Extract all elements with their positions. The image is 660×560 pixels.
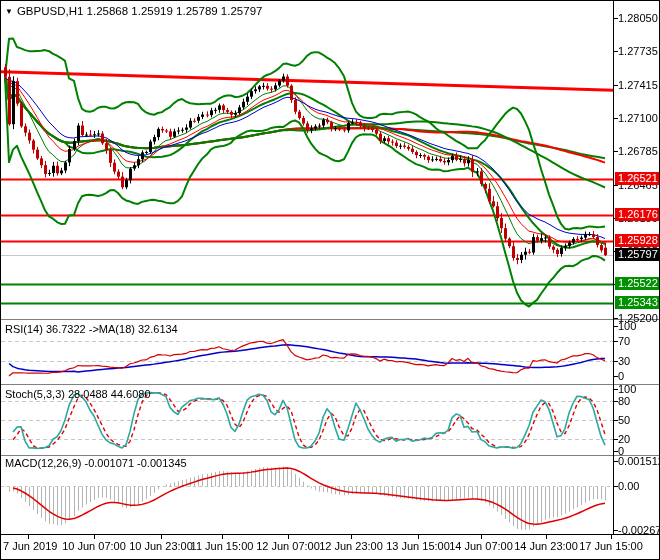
stoch-axis-label: 50 [618,414,630,426]
time-axis-label: 14 Jun 07:00 [446,540,516,552]
price-axis-label: 1.26785 [618,145,658,157]
price-axis-label: 1.27735 [618,45,658,57]
support-level-badge: 1.25522 [615,277,660,290]
macd-axis-label: 0.001512 [618,455,660,467]
time-axis-label: 10 Jun 07:00 [59,540,129,552]
chart-title: ▼GBPUSD,H1 1.25868 1.25919 1.25789 1.257… [5,5,262,18]
stoch-axis-label: 20 [618,433,630,445]
time-axis-label: 13 Jun 15:00 [383,540,453,552]
price-axis-label: 1.27415 [618,79,658,91]
stochastic-indicator-label: Stoch(5,3,3) 28.0488 44.6080 [5,388,151,400]
chart-title-text: GBPUSD,H1 1.25868 1.25919 1.25789 1.2579… [17,5,263,17]
time-axis-label: 10 Jun 23:00 [126,540,196,552]
collapse-arrow-icon[interactable]: ▼ [5,7,13,16]
rsi-axis-label: 30 [618,355,630,367]
trading-chart-window: ▼GBPUSD,H1 1.25868 1.25919 1.25789 1.257… [0,0,660,560]
rsi-axis-label: 0 [618,370,624,382]
macd-indicator-label: MACD(12,26,9) -0.001071 -0.001345 [5,457,187,469]
rsi-axis-label: 70 [618,335,630,347]
time-axis-label: 12 Jun 23:00 [316,540,386,552]
current-price-badge: 1.25797 [615,248,660,261]
chart-overlay: ▼GBPUSD,H1 1.25868 1.25919 1.25789 1.257… [1,1,660,560]
macd-axis-label: -0.002671 [618,524,660,536]
price-axis-label: 1.28050 [618,12,658,24]
resistance-level-badge: 1.26521 [615,172,660,185]
time-axis-label: 12 Jun 07:00 [253,540,323,552]
resistance-level-badge: 1.26176 [615,208,660,221]
rsi-axis-label: 100 [618,320,636,332]
rsi-indicator-label: RSI(14) 36.7322 ->MA(18) 32.6134 [5,323,178,335]
support-level-badge: 1.25343 [615,296,660,309]
macd-axis-label: 0.00 [618,480,639,492]
time-axis-label: 14 Jun 23:00 [511,540,581,552]
price-axis-label: 1.27100 [618,112,658,124]
time-axis-label: 17 Jun 15:00 [576,540,646,552]
stoch-axis-label: 80 [618,395,630,407]
resistance-level-badge: 1.25928 [615,234,660,247]
stoch-axis-label: 100 [618,383,636,395]
time-axis-label: 11 Jun 15:00 [187,540,257,552]
